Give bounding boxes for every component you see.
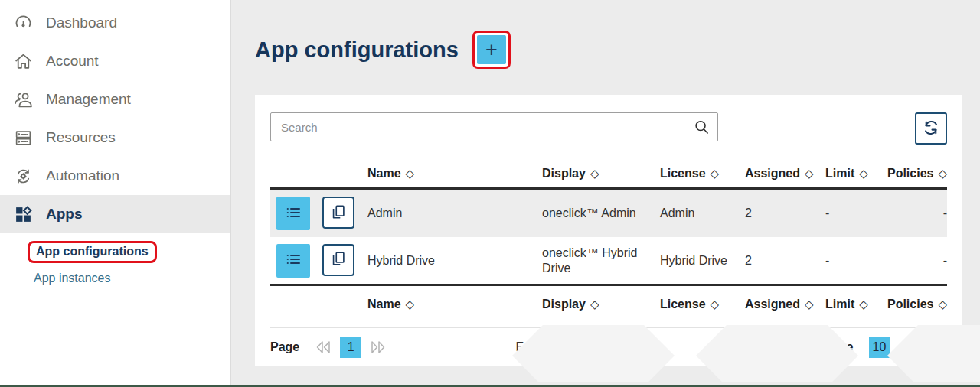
- cell-name: Admin: [368, 206, 542, 221]
- sort-icon[interactable]: ◇: [406, 167, 415, 180]
- sort-icon[interactable]: ◇: [590, 167, 599, 180]
- header-policies[interactable]: Policies ◇: [884, 167, 947, 180]
- cell-name: Hybrid Drive: [368, 253, 542, 268]
- search-icon[interactable]: [693, 119, 710, 139]
- header-policies[interactable]: Policies ◇: [884, 298, 947, 311]
- last-page-button[interactable]: [368, 340, 387, 355]
- sidebar-item-management[interactable]: Management: [0, 80, 230, 119]
- sidebar-subitem-app-instances[interactable]: App instances: [34, 272, 230, 285]
- sort-icon[interactable]: ◇: [805, 167, 814, 180]
- sidebar-item-label: Automation: [46, 167, 119, 184]
- list-icon: [284, 250, 302, 271]
- gauge-icon: [13, 13, 33, 33]
- sidebar-item-label: Resources: [46, 129, 116, 146]
- apps-icon: [13, 204, 33, 224]
- copy-button[interactable]: [322, 197, 354, 229]
- sort-icon[interactable]: ◇: [590, 298, 599, 311]
- sidebar-item-label: Apps: [46, 206, 83, 223]
- table-row: Hybrid Drive oneclick™ Hybrid Drive Hybr…: [270, 237, 947, 286]
- cell-assigned: 2: [745, 253, 825, 268]
- sidebar-item-account[interactable]: Account: [0, 42, 230, 80]
- cell-display: oneclick™ Admin: [542, 206, 660, 221]
- add-configuration-button[interactable]: +: [477, 35, 506, 64]
- server-icon: [13, 128, 33, 148]
- page-label: Page: [270, 340, 299, 354]
- sort-icon[interactable]: ◇: [938, 298, 947, 311]
- sidebar-item-label: Management: [46, 91, 131, 108]
- sidebar-item-label: Dashboard: [46, 15, 117, 31]
- sidebar-item-dashboard[interactable]: Dashboard: [0, 4, 230, 42]
- users-icon: [13, 89, 33, 109]
- sidebar-item-apps[interactable]: Apps: [0, 195, 230, 233]
- refresh-icon: [921, 118, 941, 140]
- header-display[interactable]: Display ◇: [542, 167, 660, 180]
- first-page-button[interactable]: [315, 340, 333, 355]
- row-actions: [270, 244, 368, 278]
- sidebar-item-label: Account: [46, 53, 99, 70]
- table-row: Admin oneclick™ Admin Admin 2 - -: [270, 190, 947, 237]
- table-footer-header-row: Name ◇ Display ◇ License ◇ Assigned ◇ Li…: [270, 286, 947, 322]
- sort-icon[interactable]: ◇: [406, 298, 415, 311]
- search-wrap: [270, 112, 718, 141]
- page-number-button[interactable]: 1: [340, 337, 361, 358]
- main-content: App configurations +: [231, 0, 980, 385]
- sidebar: Dashboard Account Management: [0, 0, 231, 385]
- sort-icon[interactable]: ◇: [710, 167, 720, 180]
- app-configurations-table: Name ◇ Display ◇ License ◇ Assigned ◇ Li…: [270, 159, 947, 322]
- apps-subnav: App configurations App instances: [0, 233, 230, 285]
- automation-icon: [13, 166, 33, 186]
- copy-icon: [330, 203, 347, 223]
- table-header-row: Name ◇ Display ◇ License ◇ Assigned ◇ Li…: [270, 159, 947, 190]
- details-button[interactable]: [276, 244, 310, 278]
- header-display[interactable]: Display ◇: [542, 298, 660, 311]
- home-icon: [13, 51, 33, 71]
- sidebar-item-automation[interactable]: Automation: [0, 157, 230, 195]
- page-header: App configurations +: [255, 31, 511, 69]
- list-icon: [284, 203, 302, 224]
- page-title: App configurations: [255, 37, 459, 63]
- table-toolbar: [270, 112, 947, 145]
- cell-limit: -: [825, 253, 884, 268]
- cell-license: Hybrid Drive: [660, 253, 745, 268]
- header-license[interactable]: License ◇: [660, 298, 745, 311]
- header-assigned[interactable]: Assigned ◇: [745, 298, 825, 311]
- sort-icon[interactable]: ◇: [710, 298, 720, 311]
- copy-button[interactable]: [322, 244, 354, 276]
- cell-assigned: 2: [745, 206, 825, 221]
- sort-icon[interactable]: ◇: [938, 167, 947, 180]
- refresh-button[interactable]: [915, 112, 947, 145]
- details-button[interactable]: [276, 197, 310, 230]
- cell-limit: -: [825, 206, 884, 221]
- copy-icon: [330, 250, 347, 269]
- sort-icon[interactable]: ◇: [859, 167, 868, 180]
- header-name[interactable]: Name ◇: [368, 167, 542, 180]
- header-assigned[interactable]: Assigned ◇: [745, 167, 825, 180]
- annotation-box-app-configurations: App configurations: [28, 241, 157, 263]
- background-watermark: [505, 325, 980, 382]
- sort-icon[interactable]: ◇: [805, 298, 814, 311]
- sidebar-item-resources[interactable]: Resources: [0, 119, 230, 157]
- row-actions: [270, 197, 368, 230]
- header-license[interactable]: License ◇: [660, 167, 745, 180]
- cell-policies: -: [884, 253, 947, 268]
- header-limit[interactable]: Limit ◇: [825, 298, 884, 311]
- sort-icon[interactable]: ◇: [859, 298, 868, 311]
- annotation-box-add-button: +: [472, 31, 511, 69]
- cell-license: Admin: [660, 206, 745, 221]
- header-name[interactable]: Name ◇: [368, 298, 542, 311]
- search-input[interactable]: [270, 112, 718, 141]
- sidebar-subitem-app-configurations[interactable]: App configurations: [36, 245, 149, 258]
- cell-display: oneclick™ Hybrid Drive: [542, 246, 660, 276]
- header-limit[interactable]: Limit ◇: [825, 167, 884, 180]
- cell-policies: -: [884, 206, 947, 221]
